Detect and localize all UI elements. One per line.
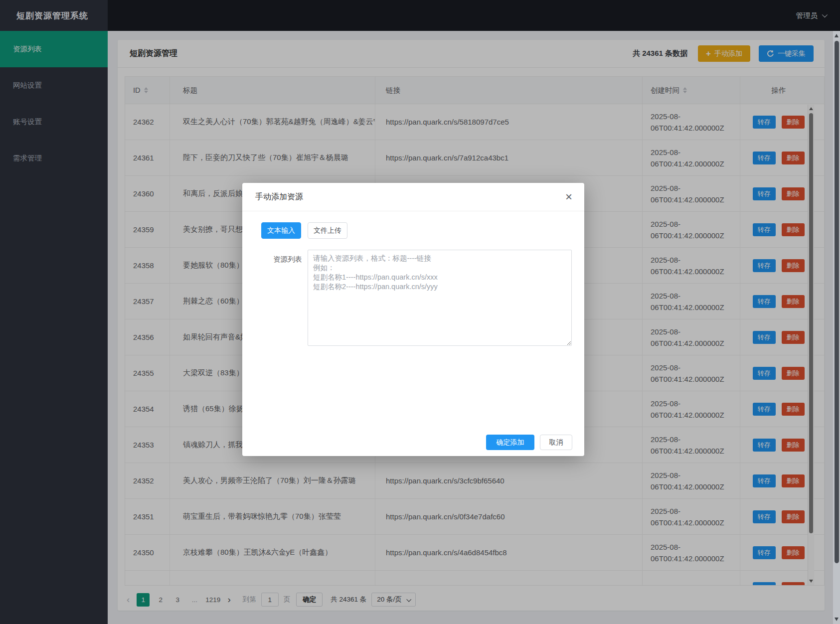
modal-body: 文本输入 文件上传 资源列表 xyxy=(242,211,584,346)
modal-title: 手动添加资源 xyxy=(255,192,303,202)
cancel-button[interactable]: 取消 xyxy=(540,435,572,450)
resource-list-form-row: 资源列表 xyxy=(261,250,572,346)
resource-list-label: 资源列表 xyxy=(261,250,308,346)
scroll-up-icon[interactable] xyxy=(835,34,839,37)
screen: 短剧资源管理系统 管理员 资源列表 网站设置 账号设置 需求管理 短剧资源管理 … xyxy=(0,0,840,624)
modal-header: 手动添加资源 × xyxy=(242,183,584,211)
tab-text-input[interactable]: 文本输入 xyxy=(261,222,301,239)
manual-add-modal: 手动添加资源 × 文本输入 文件上传 资源列表 确定添加 取消 xyxy=(242,183,584,456)
modal-tabs: 文本输入 文件上传 xyxy=(261,222,572,239)
resource-list-textarea[interactable] xyxy=(308,250,572,346)
scrollbar-thumb[interactable] xyxy=(835,41,839,563)
page-scrollbar[interactable] xyxy=(833,31,840,624)
close-icon[interactable]: × xyxy=(565,191,572,203)
confirm-add-button[interactable]: 确定添加 xyxy=(486,435,534,450)
tab-file-upload[interactable]: 文件上传 xyxy=(308,222,347,239)
scroll-down-icon[interactable] xyxy=(835,618,839,621)
modal-footer: 确定添加 取消 xyxy=(486,435,572,450)
